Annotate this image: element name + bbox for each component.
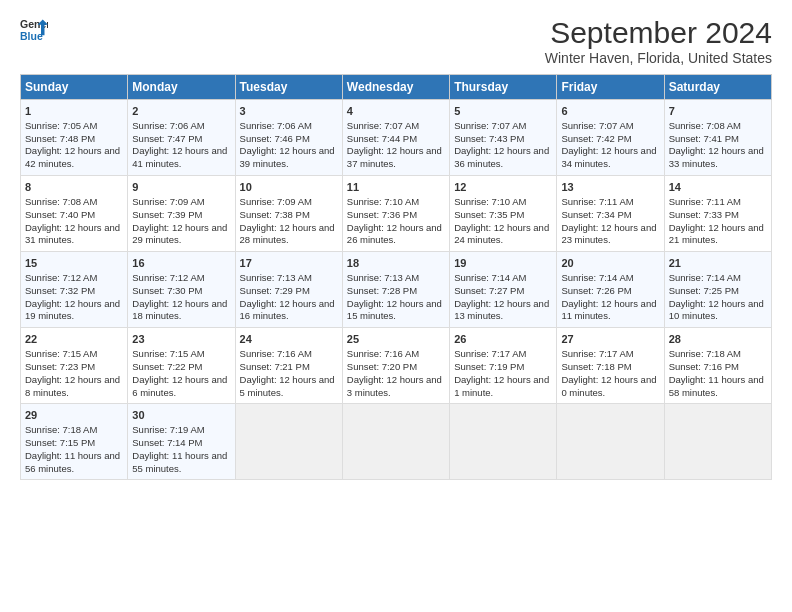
calendar-cell: 9Sunrise: 7:09 AMSunset: 7:39 PMDaylight… [128, 176, 235, 252]
calendar-cell: 3Sunrise: 7:06 AMSunset: 7:46 PMDaylight… [235, 100, 342, 176]
calendar-cell: 12Sunrise: 7:10 AMSunset: 7:35 PMDayligh… [450, 176, 557, 252]
calendar-cell: 25Sunrise: 7:16 AMSunset: 7:20 PMDayligh… [342, 328, 449, 404]
calendar-cell: 30Sunrise: 7:19 AMSunset: 7:14 PMDayligh… [128, 404, 235, 480]
calendar-cell: 5Sunrise: 7:07 AMSunset: 7:43 PMDaylight… [450, 100, 557, 176]
day-header: Monday [128, 75, 235, 100]
calendar-cell: 16Sunrise: 7:12 AMSunset: 7:30 PMDayligh… [128, 252, 235, 328]
subtitle: Winter Haven, Florida, United States [545, 50, 772, 66]
logo-icon: General Blue [20, 16, 48, 44]
calendar-cell: 28Sunrise: 7:18 AMSunset: 7:16 PMDayligh… [664, 328, 771, 404]
calendar-row: 29Sunrise: 7:18 AMSunset: 7:15 PMDayligh… [21, 404, 772, 480]
calendar-cell: 29Sunrise: 7:18 AMSunset: 7:15 PMDayligh… [21, 404, 128, 480]
day-header: Saturday [664, 75, 771, 100]
calendar-cell [235, 404, 342, 480]
calendar-cell [557, 404, 664, 480]
day-header: Sunday [21, 75, 128, 100]
calendar-cell: 23Sunrise: 7:15 AMSunset: 7:22 PMDayligh… [128, 328, 235, 404]
calendar-cell: 18Sunrise: 7:13 AMSunset: 7:28 PMDayligh… [342, 252, 449, 328]
calendar-cell: 19Sunrise: 7:14 AMSunset: 7:27 PMDayligh… [450, 252, 557, 328]
calendar-cell [450, 404, 557, 480]
calendar-cell: 22Sunrise: 7:15 AMSunset: 7:23 PMDayligh… [21, 328, 128, 404]
calendar-cell: 4Sunrise: 7:07 AMSunset: 7:44 PMDaylight… [342, 100, 449, 176]
calendar-cell: 6Sunrise: 7:07 AMSunset: 7:42 PMDaylight… [557, 100, 664, 176]
calendar-cell: 13Sunrise: 7:11 AMSunset: 7:34 PMDayligh… [557, 176, 664, 252]
calendar-cell: 1Sunrise: 7:05 AMSunset: 7:48 PMDaylight… [21, 100, 128, 176]
day-header: Friday [557, 75, 664, 100]
header-row: SundayMondayTuesdayWednesdayThursdayFrid… [21, 75, 772, 100]
calendar-row: 8Sunrise: 7:08 AMSunset: 7:40 PMDaylight… [21, 176, 772, 252]
day-header: Tuesday [235, 75, 342, 100]
main-title: September 2024 [545, 16, 772, 50]
calendar-row: 1Sunrise: 7:05 AMSunset: 7:48 PMDaylight… [21, 100, 772, 176]
calendar-cell: 11Sunrise: 7:10 AMSunset: 7:36 PMDayligh… [342, 176, 449, 252]
page: General Blue September 2024 Winter Haven… [0, 0, 792, 612]
calendar-cell: 21Sunrise: 7:14 AMSunset: 7:25 PMDayligh… [664, 252, 771, 328]
calendar-cell: 8Sunrise: 7:08 AMSunset: 7:40 PMDaylight… [21, 176, 128, 252]
calendar-cell: 26Sunrise: 7:17 AMSunset: 7:19 PMDayligh… [450, 328, 557, 404]
calendar-cell: 17Sunrise: 7:13 AMSunset: 7:29 PMDayligh… [235, 252, 342, 328]
calendar-cell: 14Sunrise: 7:11 AMSunset: 7:33 PMDayligh… [664, 176, 771, 252]
calendar-row: 22Sunrise: 7:15 AMSunset: 7:23 PMDayligh… [21, 328, 772, 404]
logo: General Blue [20, 16, 48, 44]
calendar-cell: 24Sunrise: 7:16 AMSunset: 7:21 PMDayligh… [235, 328, 342, 404]
calendar-cell [342, 404, 449, 480]
calendar-cell: 27Sunrise: 7:17 AMSunset: 7:18 PMDayligh… [557, 328, 664, 404]
calendar-cell: 20Sunrise: 7:14 AMSunset: 7:26 PMDayligh… [557, 252, 664, 328]
calendar-cell: 2Sunrise: 7:06 AMSunset: 7:47 PMDaylight… [128, 100, 235, 176]
svg-text:Blue: Blue [20, 30, 43, 42]
calendar-cell: 15Sunrise: 7:12 AMSunset: 7:32 PMDayligh… [21, 252, 128, 328]
calendar-cell: 7Sunrise: 7:08 AMSunset: 7:41 PMDaylight… [664, 100, 771, 176]
day-header: Wednesday [342, 75, 449, 100]
header: General Blue September 2024 Winter Haven… [20, 16, 772, 66]
calendar-row: 15Sunrise: 7:12 AMSunset: 7:32 PMDayligh… [21, 252, 772, 328]
calendar-table: SundayMondayTuesdayWednesdayThursdayFrid… [20, 74, 772, 480]
calendar-cell: 10Sunrise: 7:09 AMSunset: 7:38 PMDayligh… [235, 176, 342, 252]
calendar-cell [664, 404, 771, 480]
title-block: September 2024 Winter Haven, Florida, Un… [545, 16, 772, 66]
day-header: Thursday [450, 75, 557, 100]
